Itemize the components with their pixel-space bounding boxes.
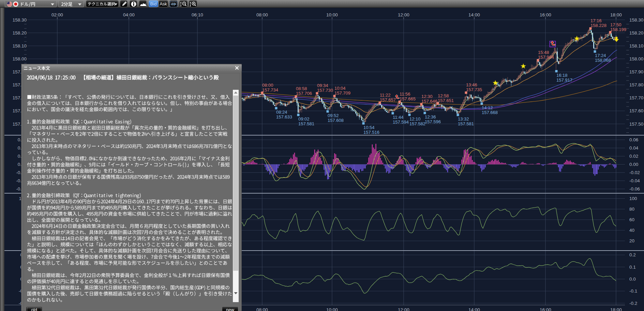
svg-text:14:00: 14:00 — [468, 12, 480, 17]
svg-text:0.1: 0.1 — [629, 265, 636, 270]
svg-text:16:18: 16:18 — [556, 73, 568, 78]
svg-text:157.80: 157.80 — [629, 82, 643, 87]
svg-text:157.608: 157.608 — [328, 118, 344, 123]
svg-text:18:00: 18:00 — [610, 12, 622, 17]
svg-text:157.50: 157.50 — [629, 122, 643, 127]
svg-text:-0.2: -0.2 — [629, 301, 637, 306]
svg-text:08:24: 08:24 — [276, 110, 287, 115]
svg-text:14:12: 14:12 — [482, 105, 493, 110]
svg-text:158.228: 158.228 — [590, 23, 606, 28]
svg-text:157.582: 157.582 — [409, 121, 425, 126]
svg-text:157.581: 157.581 — [458, 121, 474, 126]
svg-text:157.657: 157.657 — [380, 97, 396, 102]
svg-text:17:50: 17:50 — [610, 22, 621, 27]
svg-text:02:00: 02:00 — [51, 12, 63, 17]
svg-text:16:00: 16:00 — [540, 12, 551, 17]
svg-text:157.516: 157.516 — [363, 130, 379, 135]
svg-text:157.668: 157.668 — [482, 110, 498, 115]
svg-text:12:30: 12:30 — [421, 94, 433, 99]
svg-text:157.917: 157.917 — [556, 77, 572, 83]
svg-text:11:56: 11:56 — [400, 91, 410, 97]
svg-text:158.00: 158.00 — [13, 56, 27, 61]
svg-text:157.594: 157.594 — [393, 119, 409, 125]
svg-text:09:34: 09:34 — [317, 83, 328, 88]
svg-text:13:46: 13:46 — [466, 82, 477, 87]
svg-text:13:32: 13:32 — [458, 116, 469, 122]
svg-text:10:54: 10:54 — [363, 125, 375, 130]
svg-text:-0.04: -0.04 — [629, 178, 640, 183]
svg-text:158.30: 158.30 — [629, 17, 643, 23]
svg-text:10:04: 10:04 — [334, 86, 346, 91]
svg-text:06:10: 06:10 — [192, 12, 203, 17]
svg-text:158.10: 158.10 — [629, 43, 643, 48]
svg-text:15:48: 15:48 — [538, 50, 549, 55]
svg-text:12:10: 12:10 — [409, 116, 421, 122]
svg-text:0.04: 0.04 — [629, 145, 639, 151]
svg-text:09:02: 09:02 — [298, 116, 310, 122]
svg-text:157.70: 157.70 — [629, 95, 643, 100]
svg-text:157.730: 157.730 — [317, 88, 333, 93]
svg-text:157.581: 157.581 — [298, 121, 314, 126]
svg-text:20: 20 — [629, 238, 634, 243]
svg-text:158.00: 158.00 — [629, 56, 643, 61]
svg-text:12:00: 12:00 — [398, 307, 409, 311]
svg-text:-0.02: -0.02 — [629, 170, 640, 175]
svg-text:04:00: 04:00 — [123, 12, 135, 17]
svg-text:100: 100 — [629, 196, 637, 201]
svg-text:12:00: 12:00 — [398, 12, 409, 17]
svg-text:157.709: 157.709 — [334, 90, 350, 96]
svg-text:08:00: 08:00 — [256, 307, 268, 311]
svg-text:157.735: 157.735 — [466, 87, 482, 92]
svg-text:09:52: 09:52 — [328, 113, 339, 118]
svg-text:0.0: 0.0 — [629, 277, 636, 282]
svg-text:158.10: 158.10 — [13, 43, 27, 48]
svg-text:157.984: 157.984 — [538, 55, 554, 60]
svg-text:158.20: 158.20 — [629, 30, 643, 36]
svg-text:10:00: 10:00 — [326, 12, 338, 17]
svg-text:17:16: 17:16 — [590, 18, 602, 23]
svg-text:17:24: 17:24 — [595, 53, 606, 58]
svg-text:-0.06: -0.06 — [629, 186, 640, 192]
svg-text:40: 40 — [629, 228, 634, 233]
svg-text:16:00: 16:00 — [540, 307, 551, 311]
svg-text:18:00: 18:00 — [610, 307, 622, 311]
svg-text:11:44: 11:44 — [393, 115, 404, 120]
svg-text:157.60: 157.60 — [629, 108, 643, 113]
svg-text:158.199: 158.199 — [610, 27, 626, 32]
svg-text:158.30: 158.30 — [13, 17, 27, 23]
svg-text:-0.1: -0.1 — [629, 288, 637, 294]
svg-text:0.00: 0.00 — [629, 162, 638, 167]
svg-text:60: 60 — [629, 217, 634, 222]
svg-text:08:00: 08:00 — [262, 83, 273, 88]
svg-text:157.90: 157.90 — [629, 69, 643, 74]
svg-text:157.665: 157.665 — [400, 96, 416, 101]
svg-text:157.596: 157.596 — [425, 119, 441, 124]
svg-text:08:58: 08:58 — [296, 86, 307, 91]
svg-text:158.068: 158.068 — [595, 58, 611, 63]
svg-text:12:36: 12:36 — [425, 114, 436, 119]
svg-text:14:00: 14:00 — [468, 307, 480, 311]
svg-text:158.20: 158.20 — [13, 30, 27, 36]
svg-text:0.06: 0.06 — [629, 137, 638, 142]
svg-text:80: 80 — [629, 207, 634, 212]
svg-text:157.734: 157.734 — [262, 87, 278, 93]
svg-text:0.02: 0.02 — [629, 154, 638, 159]
svg-text:12:58: 12:58 — [438, 93, 449, 98]
svg-text:10:00: 10:00 — [326, 307, 338, 311]
svg-text:0.2: 0.2 — [629, 252, 636, 257]
svg-text:08:00: 08:00 — [256, 12, 268, 17]
svg-text:157.646: 157.646 — [421, 99, 437, 104]
svg-text:11:22: 11:22 — [380, 93, 391, 98]
svg-text:157.633: 157.633 — [276, 114, 292, 119]
svg-text:157.706: 157.706 — [296, 91, 312, 96]
svg-text:157.651: 157.651 — [438, 98, 454, 103]
